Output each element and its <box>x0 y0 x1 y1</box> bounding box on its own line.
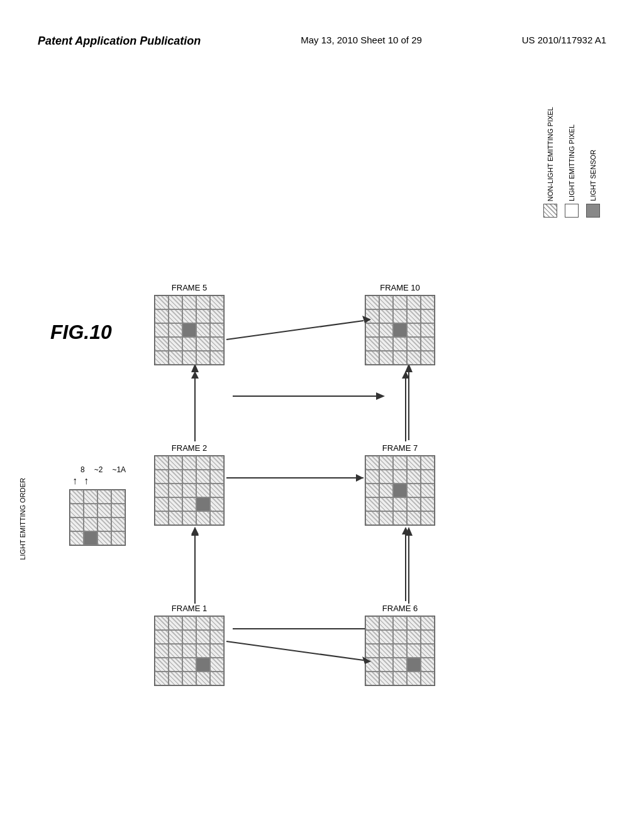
frame2-grid <box>154 455 225 526</box>
svg-line-21 <box>226 641 364 660</box>
frame7-label: FRAME 7 <box>365 443 435 453</box>
patent-number: US 2010/117932 A1 <box>522 35 606 45</box>
svg-marker-16 <box>191 371 199 379</box>
svg-line-23 <box>226 321 364 340</box>
svg-marker-12 <box>376 392 385 400</box>
frame5-grid <box>154 295 225 365</box>
frame7-grid <box>365 455 435 526</box>
num-label-1a: ~1A <box>112 465 126 474</box>
frame5-label: FRAME 5 <box>154 283 225 292</box>
light-emitting-order-label: LIGHT EMITTING ORDER <box>19 478 26 560</box>
svg-marker-14 <box>191 527 199 534</box>
svg-marker-5 <box>405 527 413 536</box>
figure-arrows-svg <box>38 107 604 799</box>
legend-label-light-sensor: LIGHT SENSOR <box>589 150 597 201</box>
small-grid <box>69 489 126 546</box>
figure-area: FIG.10 NON-LIGHT EMITTING PIXEL LIGHT EM… <box>38 107 619 792</box>
frame2-label: FRAME 2 <box>154 443 225 453</box>
small-grid-area: 8 ~2 ~1A ↑ ↑ ↑ <box>69 465 126 546</box>
legend: NON-LIGHT EMITTING PIXEL LIGHT EMITTING … <box>543 107 600 218</box>
arrows-svg <box>38 107 619 792</box>
figure-label: FIG.10 <box>50 321 112 344</box>
frame7-container: FRAME 7 <box>365 443 435 526</box>
frame10-label: FRAME 10 <box>365 283 435 292</box>
sheet-info: May 13, 2010 Sheet 10 of 29 <box>301 35 422 45</box>
page-header: Patent Application Publication May 13, 2… <box>38 35 606 48</box>
frame1-label: FRAME 1 <box>154 604 225 613</box>
svg-marker-18 <box>402 527 409 534</box>
svg-marker-20 <box>402 371 409 379</box>
legend-icon-non-light <box>543 204 557 218</box>
legend-icon-light-emitting <box>565 204 579 218</box>
frame10-grid <box>365 295 435 365</box>
frame2-container: FRAME 2 <box>154 443 225 526</box>
legend-label-non-light: NON-LIGHT EMITTING PIXEL <box>547 107 554 201</box>
svg-marker-26 <box>356 474 364 482</box>
frame10-container: FRAME 10 <box>365 283 435 365</box>
frame5-container: FRAME 5 <box>154 283 225 365</box>
publication-title: Patent Application Publication <box>38 35 201 48</box>
num-label-8: 8 <box>80 465 85 474</box>
frame6-container: FRAME 6 <box>365 604 435 686</box>
svg-marker-1 <box>191 527 199 536</box>
frame1-container: FRAME 1 <box>154 604 225 686</box>
legend-icon-light-sensor <box>586 204 600 218</box>
num-label-2: ~2 <box>94 465 103 474</box>
legend-label-light-emitting: LIGHT EMITTING PIXEL <box>568 124 575 201</box>
frame6-grid <box>365 616 435 686</box>
frame1-grid <box>154 616 225 686</box>
frame6-label: FRAME 6 <box>365 604 435 613</box>
